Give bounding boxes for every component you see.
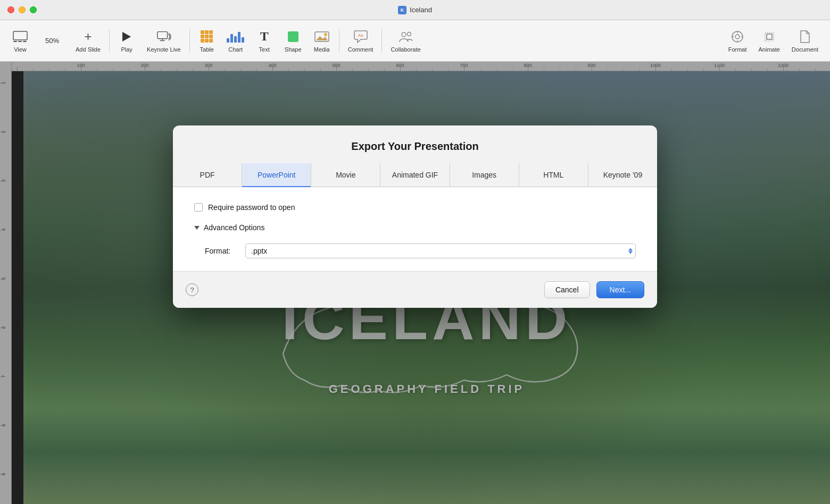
tab-images[interactable]: Images xyxy=(450,163,519,187)
svg-rect-0 xyxy=(13,31,27,40)
separator-4 xyxy=(381,29,382,53)
format-row: Format: .pptx .ppt xyxy=(194,243,636,258)
require-password-checkbox[interactable] xyxy=(194,203,203,212)
svg-point-10 xyxy=(402,32,406,37)
format-label: Format: xyxy=(205,247,237,255)
maximize-button[interactable] xyxy=(30,6,37,13)
comment-button[interactable]: Aa Comment xyxy=(343,24,379,58)
zoom-icon: 50% xyxy=(45,33,60,48)
svg-marker-19 xyxy=(767,34,772,39)
add-slide-button[interactable]: + Add Slide xyxy=(70,24,106,58)
format-button[interactable]: Format xyxy=(723,24,752,58)
separator-3 xyxy=(339,29,339,53)
modal-footer: ? Cancel Next... xyxy=(173,271,657,308)
document-icon xyxy=(798,29,812,44)
chart-icon xyxy=(228,29,243,44)
svg-rect-4 xyxy=(157,31,168,38)
separator-1 xyxy=(109,29,110,53)
help-button[interactable]: ? xyxy=(186,283,198,296)
keynote-live-button[interactable]: Keynote Live xyxy=(142,24,186,58)
add-slide-icon: + xyxy=(81,29,96,44)
keynote-live-icon xyxy=(156,29,171,44)
animate-icon xyxy=(762,29,777,44)
animate-label: Animate xyxy=(759,46,780,53)
play-button[interactable]: Play xyxy=(113,24,140,58)
chart-label: Chart xyxy=(228,46,243,53)
table-label: Table xyxy=(200,46,214,53)
play-label: Play xyxy=(121,46,132,53)
window-controls xyxy=(7,6,37,13)
modal-overlay: Export Your Presentation PDF PowerPoint … xyxy=(0,62,830,504)
next-button[interactable]: Next... xyxy=(596,281,644,298)
format-icon xyxy=(730,29,745,44)
table-icon xyxy=(200,29,214,44)
comment-icon: Aa xyxy=(353,29,368,44)
tab-movie[interactable]: Movie xyxy=(311,163,380,187)
comment-label: Comment xyxy=(348,46,374,53)
format-label: Format xyxy=(728,46,747,53)
collaborate-label: Collaborate xyxy=(391,46,420,53)
table-button[interactable]: Table xyxy=(193,24,221,58)
advanced-options-label: Advanced Options xyxy=(204,223,264,232)
view-label: View xyxy=(14,46,27,53)
modal-header: Export Your Presentation xyxy=(173,125,657,163)
keynote-live-label: Keynote Live xyxy=(147,46,181,53)
shape-icon xyxy=(286,29,301,44)
svg-point-13 xyxy=(735,35,740,39)
svg-point-8 xyxy=(324,33,327,36)
view-button[interactable]: View xyxy=(6,24,34,58)
title-bar: K Iceland xyxy=(0,0,830,20)
modal-body: Require password to open Advanced Option… xyxy=(173,187,657,271)
svg-rect-2 xyxy=(18,41,22,42)
main-area: 123456789 100200300400500600700800900100… xyxy=(0,62,830,504)
text-label: Text xyxy=(259,46,270,53)
media-icon xyxy=(314,29,329,44)
require-password-row: Require password to open xyxy=(194,203,636,212)
chart-button[interactable]: Chart xyxy=(222,24,250,58)
export-modal: Export Your Presentation PDF PowerPoint … xyxy=(173,125,657,308)
format-select-wrapper: .pptx .ppt xyxy=(245,243,636,258)
minimize-button[interactable] xyxy=(19,6,26,13)
media-button[interactable]: Media xyxy=(308,24,336,58)
cancel-button[interactable]: Cancel xyxy=(544,281,590,298)
close-button[interactable] xyxy=(7,6,14,13)
play-icon xyxy=(119,29,134,44)
text-icon: T xyxy=(257,29,272,44)
text-button[interactable]: T Text xyxy=(251,24,278,58)
tab-animated-gif[interactable]: Animated GIF xyxy=(380,163,450,187)
separator-2 xyxy=(189,29,190,53)
collaborate-icon xyxy=(399,29,413,44)
document-button[interactable]: Document xyxy=(786,24,824,58)
advanced-options-triangle-icon xyxy=(194,226,200,230)
tab-powerpoint[interactable]: PowerPoint xyxy=(242,163,311,187)
toolbar: View 50% + Add Slide Play Keynote xyxy=(0,20,830,62)
media-label: Media xyxy=(314,46,330,53)
export-tabs: PDF PowerPoint Movie Animated GIF Images… xyxy=(173,163,657,187)
shape-label: Shape xyxy=(285,46,302,53)
window-title: K Iceland xyxy=(398,6,432,14)
document-label: Document xyxy=(792,46,818,53)
svg-rect-3 xyxy=(23,41,27,42)
advanced-options-row[interactable]: Advanced Options xyxy=(194,223,636,232)
modal-title: Export Your Presentation xyxy=(194,140,636,153)
app-icon: K xyxy=(398,6,406,14)
tab-html[interactable]: HTML xyxy=(519,163,588,187)
animate-button[interactable]: Animate xyxy=(753,24,785,58)
format-select[interactable]: .pptx .ppt xyxy=(245,243,636,258)
footer-buttons: Cancel Next... xyxy=(544,281,644,298)
svg-rect-1 xyxy=(13,41,17,42)
collaborate-button[interactable]: Collaborate xyxy=(385,24,426,58)
add-slide-label: Add Slide xyxy=(76,46,101,53)
svg-point-11 xyxy=(407,32,411,36)
view-icon xyxy=(13,29,28,44)
require-password-label: Require password to open xyxy=(208,203,295,212)
svg-text:Aa: Aa xyxy=(358,33,363,38)
zoom-button[interactable]: 50% xyxy=(35,24,69,58)
shape-button[interactable]: Shape xyxy=(279,24,307,58)
tab-keynote09[interactable]: Keynote '09 xyxy=(588,163,657,187)
tab-pdf[interactable]: PDF xyxy=(173,163,242,187)
